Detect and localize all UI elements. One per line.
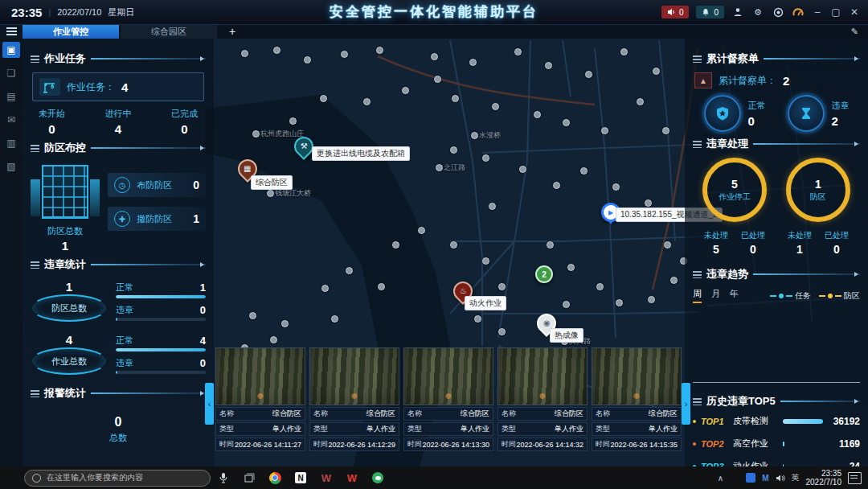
tab-campus[interactable]: 综合园区 <box>121 24 217 39</box>
inspection-doc-icon: ▲ <box>694 72 712 88</box>
speaker-alert-count: 0 <box>679 8 684 17</box>
section-header-job-tasks: 作业任务 <box>31 51 206 66</box>
video-prev-button[interactable]: ‹ <box>205 383 214 425</box>
video-info-row: 类型单人作业 <box>497 422 588 436</box>
trend-tab-month[interactable]: 月 <box>711 288 720 303</box>
tab-bar: 作业管控 综合园区 + ✎ <box>0 24 868 39</box>
ring-zone: 1 防区 未处理1 已处理0 <box>780 158 857 256</box>
video-thumbnail[interactable] <box>215 347 305 405</box>
video-thumbnail[interactable] <box>403 347 493 405</box>
sidebar-item-video[interactable]: ❏ <box>2 65 20 81</box>
alarm-total-value: 0 <box>115 415 122 429</box>
windows-taskbar: 在这里输入你要搜索的内容 N W W ∧ M 英 23:35 2022/7/10 <box>0 466 868 489</box>
zone-control-block: 防区总数 1 ◷ 布防防区 0 ✚ 撤防防区 1 <box>31 162 206 253</box>
sidebar-item-message[interactable]: ✉ <box>2 112 20 128</box>
video-card[interactable]: 名称综合防区类型单人作业时间2022-06-26 14:13:30 <box>403 347 493 465</box>
w-red-icon[interactable]: W <box>342 468 362 487</box>
tray-expand-icon[interactable]: ∧ <box>718 474 723 483</box>
video-info-row: 名称综合防区 <box>592 407 682 421</box>
crane-icon <box>39 78 60 96</box>
tray-blue-app-icon[interactable] <box>746 473 755 483</box>
hamburger-menu-icon[interactable] <box>0 24 23 39</box>
sidebar-item-report[interactable]: ▤ <box>2 88 20 105</box>
ring-job-stop: 5 作业停工 未处理5 已处理0 <box>696 158 773 256</box>
tab-work-control[interactable]: 作业管控 <box>23 24 119 39</box>
zone-row-armed[interactable]: ◷ 布防防区 0 <box>108 173 206 197</box>
settings-dial-icon[interactable] <box>772 6 784 18</box>
tray-app-icon[interactable] <box>730 473 739 483</box>
gauge-icon[interactable] <box>792 6 805 18</box>
taskbar-search-box[interactable]: 在这里输入你要搜索的内容 <box>24 470 211 487</box>
sidebar-item-log[interactable]: ▧ <box>2 158 20 175</box>
map-marker-work-task-pin[interactable]: ⚒更换进出线电缆及农配箱 <box>294 137 313 156</box>
chrome-icon[interactable] <box>265 468 285 487</box>
zone-total-block: 防区总数 1 <box>31 162 100 253</box>
zone-total-label: 防区总数 <box>47 225 83 237</box>
map-marker-zone-pin[interactable]: ▦综合防区 <box>238 159 257 179</box>
section-line <box>780 401 860 402</box>
input-language-indicator[interactable]: 英 <box>792 472 800 483</box>
map-poi-dot <box>450 241 457 249</box>
section-title: 防区布控 <box>44 141 86 155</box>
inspection-circles: 正常0 违章2 <box>693 95 860 132</box>
map-poi-dot <box>252 130 260 138</box>
map-poi-dot <box>580 167 588 175</box>
bell-alert-badge[interactable]: 0 <box>696 6 724 18</box>
section-deco-icon <box>31 390 39 397</box>
close-button[interactable]: ✕ <box>849 6 860 18</box>
map-poi-dot <box>474 315 481 323</box>
sidebar-item-device[interactable]: ▥ <box>2 135 20 151</box>
map-poi-dot <box>616 299 623 306</box>
map-marker-label: 动火作业 <box>465 296 506 310</box>
action-center-icon[interactable] <box>848 472 862 484</box>
video-next-button[interactable]: › <box>682 383 690 425</box>
trend-tab-week[interactable]: 周 <box>693 288 702 303</box>
hourglass-icon <box>788 95 825 132</box>
video-info-row: 类型单人作业 <box>592 422 682 436</box>
video-card[interactable]: 名称综合防区类型单人作业时间2022-06-26 14:11:27 <box>215 347 305 465</box>
video-thumbnail[interactable] <box>309 347 399 405</box>
video-thumbnail[interactable] <box>497 347 588 405</box>
map-marker-hotwork-pin[interactable]: ♨动火作业 <box>453 281 473 301</box>
map-poi-dot <box>431 53 438 60</box>
video-card-strip: 名称综合防区类型单人作业时间2022-06-26 14:11:27名称综合防区类… <box>215 347 682 465</box>
video-card[interactable]: 名称综合防区类型单人作业时间2022-06-26 14:12:29 <box>309 347 399 465</box>
video-info-row: 时间2022-06-26 14:13:30 <box>403 438 493 451</box>
top5-list: TOP1 皮带检测 36192 TOP2 高空作业 1169 TOP3 动火作业… <box>693 415 860 472</box>
wechat-icon[interactable] <box>368 468 387 487</box>
wps-w-icon[interactable]: W <box>317 468 336 487</box>
video-card[interactable]: 名称综合防区类型单人作业时间2022-06-26 14:14:32 <box>497 347 588 465</box>
map-poi-dot <box>585 71 592 78</box>
trend-tab-year[interactable]: 年 <box>730 288 739 303</box>
user-icon[interactable] <box>731 6 744 18</box>
section-line <box>753 143 860 145</box>
legend-task: 任务 <box>770 290 811 302</box>
map-poi-dot <box>534 111 541 118</box>
video-card[interactable]: 名称综合防区类型单人作业时间2022-06-26 14:15:35 <box>592 347 682 465</box>
building-icon <box>42 165 88 219</box>
map-poi-dot <box>670 277 678 284</box>
video-thumbnail[interactable] <box>592 347 682 405</box>
minimize-button[interactable]: – <box>812 6 823 18</box>
microphone-icon[interactable] <box>214 468 233 487</box>
annotation-tool-icon[interactable]: ✎ <box>851 24 858 39</box>
notion-icon[interactable]: N <box>291 468 310 487</box>
taskbar-clock[interactable]: 23:35 2022/7/10 <box>806 469 842 487</box>
video-info-row: 类型单人作业 <box>403 422 493 436</box>
section-title: 违章统计 <box>44 257 86 272</box>
map-poi-dot <box>469 59 477 66</box>
tray-m-app-icon[interactable]: M <box>762 474 768 483</box>
task-view-icon[interactable] <box>240 468 259 487</box>
map-marker-cluster-badge[interactable]: 2 <box>535 265 553 283</box>
violation-group-job: 4 作业总数 正常4 违章0 <box>31 333 206 375</box>
gear-icon[interactable]: ⚙ <box>751 6 764 18</box>
map-marker-thermal-pin[interactable]: ◉热成像 <box>537 314 556 333</box>
zone-row-disarmed[interactable]: ✚ 撤防防区 1 <box>108 207 206 231</box>
sidebar-item-monitor[interactable]: ▣ <box>2 42 20 58</box>
speaker-alert-badge[interactable]: 0 <box>661 6 690 18</box>
maximize-button[interactable]: ▢ <box>830 6 841 18</box>
volume-icon[interactable] <box>776 474 785 483</box>
add-tab-button[interactable]: + <box>219 24 246 39</box>
map-marker-camera-pin[interactable]: ▶10.35.182.155_视频通道_2 <box>601 203 620 222</box>
bar-violation: 违章0 <box>116 304 206 321</box>
